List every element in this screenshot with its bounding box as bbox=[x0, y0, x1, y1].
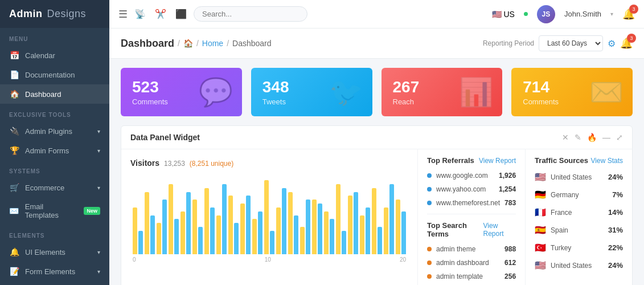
bar-group bbox=[216, 184, 227, 254]
search-term-item: admin template 256 bbox=[427, 272, 516, 280]
referrals-view-link[interactable]: View Report bbox=[479, 157, 516, 165]
ref-url: www.yahoo.com bbox=[436, 185, 494, 193]
layout-icon[interactable]: ⬛ bbox=[175, 9, 187, 19]
sidebar-item-calendar[interactable]: 📅 Calendar bbox=[0, 46, 109, 65]
bar-group bbox=[348, 192, 358, 254]
close-icon[interactable]: ✕ bbox=[562, 133, 569, 142]
search-input[interactable] bbox=[194, 6, 307, 22]
stat-card-reach: 267 Reach 📊 bbox=[382, 68, 503, 116]
stat-card-mail: 714 Comments ✉️ bbox=[511, 68, 633, 116]
email-icon: ✉️ bbox=[9, 206, 19, 215]
bar-group bbox=[336, 184, 346, 254]
stat-card-tweets: 348 Tweets 🐦 bbox=[251, 68, 372, 116]
home-icon-small: 🏠 bbox=[183, 39, 193, 48]
referrals-header: Top Referrals View Report bbox=[427, 156, 516, 165]
bar-yellow bbox=[264, 180, 269, 254]
stats-row: 523 Comments 💬 348 Tweets 🐦 267 Reach 📊 … bbox=[109, 59, 644, 121]
bar-group bbox=[240, 196, 251, 254]
scissors-icon[interactable]: ✂️ bbox=[155, 9, 166, 19]
ref-url: www.google.com bbox=[436, 172, 494, 180]
logo: AdminDesigns bbox=[0, 0, 109, 28]
chart-area: Visitors 13,253 (8,251 unique) 0 10 20 bbox=[121, 149, 418, 285]
bar-group bbox=[312, 199, 322, 254]
flag-tr: 🇹🇷 bbox=[535, 242, 546, 253]
traffic-item: 🇺🇸 United States 24% bbox=[535, 172, 623, 182]
country-pct: 22% bbox=[608, 243, 623, 252]
sidebar-item-admin-plugins[interactable]: 🔌 Admin Plugins ▾ bbox=[0, 121, 109, 141]
traffic-item: 🇪🇸 Spain 31% bbox=[535, 225, 623, 235]
sidebar-item-documentation[interactable]: 📄 Documentation bbox=[0, 65, 109, 84]
search-terms-list: admin theme 988 admin dashboard 612 admi… bbox=[427, 245, 516, 280]
ref-item: www.themeforest.net 783 bbox=[427, 199, 516, 207]
bar-blue bbox=[282, 188, 286, 254]
widget-header: Data Panel Widget ✕ ✎ 🔥 — ⤢ bbox=[121, 126, 632, 149]
bar-yellow bbox=[157, 223, 161, 254]
sidebar-item-plugins[interactable]: 🔧 Plugins ▾ bbox=[0, 281, 109, 285]
sidebar-item-ui-elements[interactable]: 🔔 UI Elements ▾ bbox=[0, 242, 109, 262]
search-terms-header: Top Search Terms View Report bbox=[427, 221, 516, 238]
plugins-icon: 🔌 bbox=[9, 127, 19, 136]
user-dropdown-icon[interactable]: ▾ bbox=[610, 11, 613, 17]
content-area: Dashboard / 🏠 / Home / Dashboard Reporti… bbox=[109, 28, 644, 285]
traffic-title: Traffic Sources bbox=[535, 156, 588, 165]
sidebar-item-ecommerce[interactable]: 🛒 Ecommerce ▾ bbox=[0, 178, 109, 197]
sidebar-item-email-templates[interactable]: ✉️ Email Templates New bbox=[0, 197, 109, 225]
sidebar-item-form-elements[interactable]: 📝 Form Elements ▾ bbox=[0, 262, 109, 281]
country-pct: 24% bbox=[608, 173, 623, 181]
traffic-view-link[interactable]: View Stats bbox=[591, 157, 623, 165]
traffic-header: Traffic Sources View Stats bbox=[535, 156, 623, 165]
bar-yellow bbox=[276, 207, 281, 254]
ref-url: www.themeforest.net bbox=[436, 199, 500, 207]
sidebar-item-label: Calendar bbox=[25, 51, 55, 60]
exclusive-section-label: EXCLUSIVE TOOLS bbox=[0, 104, 109, 121]
locale-flag[interactable]: 🇺🇸 US bbox=[492, 10, 515, 19]
antenna-icon[interactable]: 📡 bbox=[134, 9, 146, 19]
bar-blue bbox=[210, 207, 215, 254]
user-name[interactable]: John.Smith bbox=[564, 10, 601, 18]
bar-group bbox=[288, 192, 298, 254]
minimize-icon[interactable]: — bbox=[602, 133, 610, 142]
sidebar-item-dashboard[interactable]: 🏠 Dashboard bbox=[0, 84, 109, 104]
home-icon: 🏠 bbox=[9, 89, 19, 99]
bar-blue bbox=[150, 215, 155, 254]
edit-icon[interactable]: ✎ bbox=[575, 133, 581, 142]
sidebar-item-admin-forms[interactable]: 🏆 Admin Forms ▾ bbox=[0, 141, 109, 160]
bar-yellow bbox=[252, 219, 257, 254]
bar-yellow bbox=[216, 215, 221, 254]
forms-icon: 🏆 bbox=[9, 146, 19, 155]
chart-axis: 0 10 20 bbox=[130, 254, 408, 263]
ref-item: www.yahoo.com 1,254 bbox=[427, 185, 516, 193]
bar-group bbox=[372, 188, 382, 254]
search-count: 612 bbox=[504, 259, 516, 267]
notifications-icon[interactable]: 🔔 3 bbox=[622, 8, 635, 21]
bar-blue bbox=[246, 196, 251, 254]
fire-icon[interactable]: 🔥 bbox=[587, 133, 597, 142]
traffic-item: 🇩🇪 Germany 7% bbox=[535, 189, 623, 200]
settings-icon[interactable]: ⚙ bbox=[608, 38, 616, 49]
mail-icon: ✉️ bbox=[589, 76, 624, 108]
period-select[interactable]: Last 60 Days bbox=[539, 35, 603, 51]
bar-yellow bbox=[288, 192, 293, 254]
bar-blue bbox=[330, 219, 334, 254]
bell-icon: 🔔 bbox=[9, 247, 19, 256]
bar-blue bbox=[378, 227, 382, 254]
bar-group bbox=[228, 196, 239, 254]
ref-count: 1,254 bbox=[499, 185, 516, 193]
bar-group bbox=[181, 192, 191, 254]
bar-chart bbox=[130, 174, 408, 254]
expand-icon[interactable]: ⤢ bbox=[616, 133, 623, 142]
documentation-icon: 📄 bbox=[9, 70, 19, 79]
home-link[interactable]: Home bbox=[202, 39, 223, 48]
bar-yellow bbox=[324, 211, 329, 254]
reporting-label: Reporting Period bbox=[483, 39, 534, 47]
chart-header: Visitors 13,253 (8,251 unique) bbox=[130, 158, 408, 168]
search-term-item: admin dashboard 612 bbox=[427, 259, 516, 267]
search-view-link[interactable]: View Report bbox=[483, 222, 516, 238]
hamburger-icon[interactable]: ☰ bbox=[118, 8, 128, 21]
breadcrumb-bell-icon[interactable]: 🔔 3 bbox=[620, 37, 633, 50]
country-pct: 14% bbox=[608, 208, 623, 217]
ref-dot bbox=[427, 260, 432, 265]
logo-admin-text: Admin bbox=[9, 8, 43, 20]
form-icon: 📝 bbox=[9, 267, 19, 276]
country-name: Germany bbox=[551, 191, 608, 199]
